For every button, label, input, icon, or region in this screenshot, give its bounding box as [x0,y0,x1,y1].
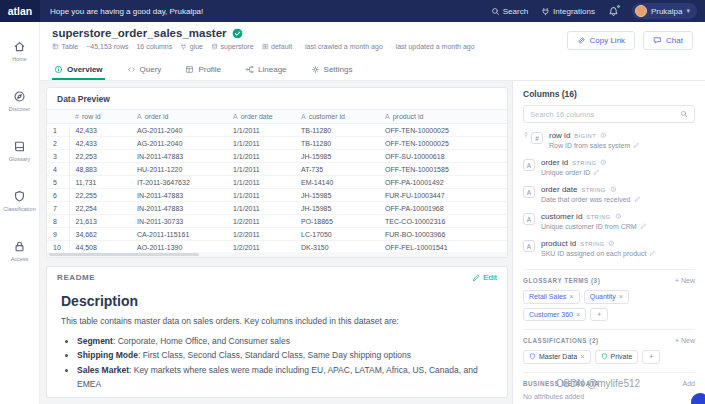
table-cell[interactable]: 11,731 [69,176,131,189]
table-cell[interactable]: TEC-CO-10002316 [379,215,507,228]
add-classification-chip[interactable]: + [642,350,660,364]
table-cell[interactable]: OFF-PA-10001492 [379,176,507,189]
table-cell[interactable]: AG-2011-2040 [131,124,227,137]
column-header-row-id[interactable]: #row id [69,110,131,124]
glossary-term-chip[interactable]: Retail Sales× [523,290,580,304]
copy-link-button[interactable]: Copy Link [567,31,636,50]
table-cell[interactable]: AT-735 [295,163,379,176]
column-header-order-date[interactable]: Aorder date [227,110,295,124]
sidebar-item-access[interactable]: Access [0,232,40,270]
add-business-metadata-button[interactable]: Add [683,380,695,387]
business-metadata-empty-text: No attributes added [523,393,695,400]
table-cell[interactable]: OFF-TEN-10001585 [379,163,507,176]
edit-readme-button[interactable]: Edit [472,273,497,282]
table-cell[interactable]: 22,255 [69,189,131,202]
table-cell[interactable]: 1/1/2011 [227,163,295,176]
column-list-item[interactable]: Aproduct idSTRINGSKU ID assigned on each… [523,234,695,261]
horizontal-scrollbar[interactable] [47,252,507,257]
notifications-button[interactable] [608,6,619,17]
sidebar-item-label: Home [12,56,27,62]
table-cell[interactable]: IN-2011-47883 [131,150,227,163]
table-cell[interactable]: 1/1/2011 [227,150,295,163]
column-list-item[interactable]: #row idBIGINTRow ID from sales system [523,126,695,153]
tab-query[interactable]: Query [125,60,164,80]
sidebar-item-discover[interactable]: Discover [0,82,40,120]
table-cell[interactable]: 48,883 [69,163,131,176]
atlan-logo[interactable]: atlan [0,0,40,22]
connector-link[interactable]: glue [180,43,203,50]
sidebar-item-home[interactable]: Home [0,32,40,70]
columns-search-input[interactable] [530,110,680,119]
table-cell[interactable]: OFF-PA-10001968 [379,202,507,215]
remove-icon[interactable]: × [619,293,623,301]
classification-chip[interactable]: Master Data× [523,350,591,364]
tab-profile[interactable]: Profile [183,60,223,80]
table-cell[interactable]: OFF-TEN-10000025 [379,124,507,137]
chat-button[interactable]: Chat [643,31,693,50]
table-cell[interactable]: 34,662 [69,228,131,241]
table-cell[interactable]: OFF-SU-10000618 [379,150,507,163]
table-cell[interactable]: 1/2/2011 [227,228,295,241]
glossary-term-chip[interactable]: Quantity× [584,290,629,304]
remove-icon[interactable]: × [576,311,580,319]
table-cell[interactable]: 22,254 [69,202,131,215]
column-item-icons: A [523,158,535,176]
table-cell[interactable]: IT-2011-3647632 [131,176,227,189]
database-link[interactable]: superstore [211,43,254,50]
tab-settings[interactable]: Settings [309,60,355,80]
header-actions: Copy Link Chat [567,31,693,50]
table-cell[interactable]: 1/1/2011 [227,176,295,189]
table-cell[interactable]: 1/1/2011 [227,137,295,150]
table-cell[interactable]: 1/1/2011 [227,189,295,202]
columns-search[interactable] [523,105,695,123]
column-header-product-id[interactable]: Aproduct id [379,110,507,124]
tab-lineage[interactable]: Lineage [243,60,288,80]
table-cell[interactable]: TB-11280 [295,137,379,150]
integrations-button[interactable]: Integrations [541,7,595,16]
table-cell[interactable]: FUR-BO-10003966 [379,228,507,241]
table-cell[interactable]: IN-2011-47883 [131,202,227,215]
schema-link[interactable]: default [262,43,293,50]
column-list-item[interactable]: Acustomer idSTRINGUnique customer ID fro… [523,207,695,234]
table-cell[interactable]: TB-11280 [295,124,379,137]
verified-badge-icon[interactable] [232,28,243,39]
remove-icon[interactable]: × [580,353,584,361]
table-cell[interactable]: 1/1/2011 [227,202,295,215]
search-button[interactable]: Search [491,7,528,16]
add-term-chip[interactable]: + [590,308,608,322]
column-header-customer-id[interactable]: Acustomer id [295,110,379,124]
table-cell[interactable]: 22,253 [69,150,131,163]
column-header-order-id[interactable]: Aorder id [131,110,227,124]
table-cell[interactable]: JH-15985 [295,150,379,163]
column-list-item[interactable]: Aorder dateSTRINGDate that order was rec… [523,180,695,207]
user-menu[interactable]: Prukalpa ▾ [632,3,697,19]
table-cell[interactable]: 1/2/2011 [227,215,295,228]
remove-icon[interactable]: × [569,293,573,301]
add-classification-button[interactable]: + New [675,337,695,344]
table-cell[interactable]: PO-18865 [295,215,379,228]
table-cell[interactable]: JH-15985 [295,202,379,215]
table-cell[interactable]: IN-2011-30733 [131,215,227,228]
table-cell[interactable]: AG-2011-2040 [131,137,227,150]
table-cell[interactable]: EM-14140 [295,176,379,189]
table-cell[interactable]: 1/1/2011 [227,124,295,137]
table-cell[interactable]: OFF-TEN-10000025 [379,137,507,150]
table-cell[interactable]: FUR-FU-10003447 [379,189,507,202]
table-cell[interactable]: JH-15985 [295,189,379,202]
table-cell[interactable]: 42,433 [69,124,131,137]
table-cell[interactable]: IN-2011-47883 [131,189,227,202]
table-cell[interactable]: 21,613 [69,215,131,228]
chat-widget-button[interactable] [691,393,705,404]
table-cell[interactable]: LC-17050 [295,228,379,241]
table-cell[interactable]: HU-2011-1220 [131,163,227,176]
sidebar-item-classification[interactable]: Classification [0,182,40,220]
table-cell[interactable]: CA-2011-115161 [131,228,227,241]
column-list-item[interactable]: Aorder idSTRINGUnique order ID [523,153,695,180]
add-glossary-term-button[interactable]: + New [675,277,695,284]
classification-chip[interactable]: Private [595,350,639,364]
sidebar-item-glossary[interactable]: Glossary [0,132,40,170]
scrollbar-thumb[interactable] [49,253,199,256]
glossary-term-chip[interactable]: Customer 360× [523,308,586,322]
table-cell[interactable]: 42,433 [69,137,131,150]
tab-overview[interactable]: Overview [52,60,105,80]
